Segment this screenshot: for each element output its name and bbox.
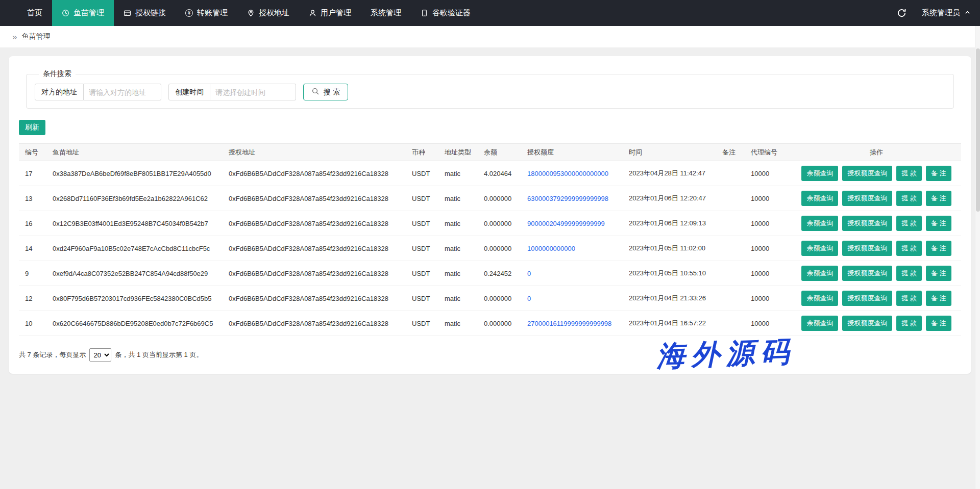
nav-item-auth-address[interactable]: 授权地址 bbox=[237, 0, 299, 26]
table-row: 130x268Dd71160F36Ef3b69fd5Ee2a1b62822A96… bbox=[19, 186, 961, 211]
remark-button[interactable]: 备 注 bbox=[926, 291, 951, 306]
nav-item-label: 鱼苗管理 bbox=[74, 8, 104, 18]
nav-item-system-management[interactable]: 系统管理 bbox=[361, 0, 411, 26]
nav-item-fry-management[interactable]: 鱼苗管理 bbox=[52, 0, 114, 26]
balance-query-button[interactable]: 余额查询 bbox=[801, 266, 838, 281]
address-input-group: 对方的地址 bbox=[35, 84, 161, 100]
withdraw-button[interactable]: 提 款 bbox=[896, 241, 922, 256]
breadcrumb-label: 鱼苗管理 bbox=[21, 32, 50, 41]
cell-currency: USDT bbox=[406, 311, 438, 336]
cell-currency: USDT bbox=[406, 211, 438, 236]
table-row: 160x12C9B3E03ff4001Ed3E95248B7C45034f0B5… bbox=[19, 211, 961, 236]
refresh-icon[interactable] bbox=[897, 8, 906, 18]
cell-time: 2023年01月04日 21:33:26 bbox=[623, 286, 716, 311]
cell-remark bbox=[716, 261, 745, 286]
cell-id: 9 bbox=[19, 261, 46, 286]
cell-agent_no: 10000 bbox=[745, 186, 792, 211]
scrollbar-track bbox=[975, 26, 980, 489]
quota-query-button[interactable]: 授权额度查询 bbox=[842, 166, 892, 181]
search-fieldset: 条件搜索 对方的地址 创建时间 搜 索 bbox=[26, 69, 954, 109]
withdraw-button[interactable]: 提 款 bbox=[896, 191, 922, 206]
refresh-button[interactable]: 刷新 bbox=[19, 120, 45, 135]
address-input[interactable] bbox=[84, 84, 161, 100]
cell-agent_no: 10000 bbox=[745, 211, 792, 236]
nav-item-google-authenticator[interactable]: 谷歌验证器 bbox=[411, 0, 480, 26]
cell-actions: 余额查询授权额度查询提 款备 注 bbox=[792, 286, 961, 311]
cell-quota: 900000204999999999999 bbox=[521, 211, 623, 236]
quota-link[interactable]: 900000204999999999999 bbox=[527, 220, 605, 227]
header-fry-address: 鱼苗地址 bbox=[46, 144, 223, 161]
quota-link[interactable]: 0 bbox=[527, 270, 531, 277]
quota-query-button[interactable]: 授权额度查询 bbox=[842, 191, 892, 206]
remark-button[interactable]: 备 注 bbox=[926, 216, 951, 231]
remark-button[interactable]: 备 注 bbox=[926, 241, 951, 256]
cell-address: 0x12C9B3E03ff4001Ed3E95248B7C45034f0B542… bbox=[46, 211, 223, 236]
cell-quota: 1000000000000 bbox=[521, 236, 623, 261]
balance-query-button[interactable]: 余额查询 bbox=[801, 166, 838, 181]
breadcrumb: » 鱼苗管理 bbox=[0, 26, 980, 47]
cell-addr_type: matic bbox=[438, 311, 478, 336]
header-time: 时间 bbox=[623, 144, 716, 161]
quota-query-button[interactable]: 授权额度查询 bbox=[842, 216, 892, 231]
quota-link[interactable]: 1800000953000000000000 bbox=[527, 170, 608, 177]
cell-address: 0x268Dd71160F36Ef3b69fd5Ee2a1b62822A961C… bbox=[46, 186, 223, 211]
balance-query-button[interactable]: 余额查询 bbox=[801, 216, 838, 231]
quota-query-button[interactable]: 授权额度查询 bbox=[842, 316, 892, 331]
scrollbar-thumb[interactable] bbox=[976, 48, 980, 212]
remark-button[interactable]: 备 注 bbox=[926, 191, 951, 206]
withdraw-button[interactable]: 提 款 bbox=[896, 216, 922, 231]
cell-currency: USDT bbox=[406, 161, 438, 186]
cell-balance: 0.000000 bbox=[478, 236, 521, 261]
pagination-text-before: 共 7 条记录，每页显示 bbox=[19, 350, 86, 359]
quota-link[interactable]: 1000000000000 bbox=[527, 245, 575, 252]
quota-query-button[interactable]: 授权额度查询 bbox=[842, 266, 892, 281]
nav-item-home[interactable]: 首页 bbox=[17, 0, 52, 26]
cell-time: 2023年01月05日 11:02:00 bbox=[623, 236, 716, 261]
quota-link[interactable]: 6300003792999999999998 bbox=[527, 195, 608, 202]
create-time-input[interactable] bbox=[210, 84, 296, 100]
user-menu[interactable]: 系统管理员 bbox=[922, 8, 971, 18]
nav-item-user-management[interactable]: 用户管理 bbox=[299, 0, 361, 26]
quota-query-button[interactable]: 授权额度查询 bbox=[842, 291, 892, 306]
quota-link[interactable]: 0 bbox=[527, 295, 531, 302]
cell-actions: 余额查询授权额度查询提 款备 注 bbox=[792, 161, 961, 186]
cell-address: 0x80F795d6B57203017cd936FEc5842380C0BCd5… bbox=[46, 286, 223, 311]
cell-addr_type: matic bbox=[438, 186, 478, 211]
remark-button[interactable]: 备 注 bbox=[926, 316, 951, 331]
withdraw-button[interactable]: 提 款 bbox=[896, 166, 922, 181]
withdraw-button[interactable]: 提 款 bbox=[896, 291, 922, 306]
nav-item-transfer-management[interactable]: ¥ 转账管理 bbox=[176, 0, 237, 26]
table-header-row: 编号 鱼苗地址 授权地址 币种 地址类型 余额 授权额度 时间 备注 代理编号 … bbox=[19, 144, 961, 161]
cell-remark bbox=[716, 186, 745, 211]
header-actions: 操作 bbox=[792, 144, 961, 161]
balance-query-button[interactable]: 余额查询 bbox=[801, 191, 838, 206]
cell-actions: 余额查询授权额度查询提 款备 注 bbox=[792, 311, 961, 336]
cell-quota: 0 bbox=[521, 261, 623, 286]
page-size-select[interactable]: 20 bbox=[89, 348, 111, 362]
search-button[interactable]: 搜 索 bbox=[303, 84, 348, 100]
balance-query-button[interactable]: 余额查询 bbox=[801, 241, 838, 256]
withdraw-button[interactable]: 提 款 bbox=[896, 266, 922, 281]
remark-button[interactable]: 备 注 bbox=[926, 266, 951, 281]
balance-query-button[interactable]: 余额查询 bbox=[801, 316, 838, 331]
quota-query-button[interactable]: 授权额度查询 bbox=[842, 241, 892, 256]
cell-id: 16 bbox=[19, 211, 46, 236]
cell-balance: 0.000000 bbox=[478, 311, 521, 336]
cell-address: 0xd24F960aF9a10B5c02e748E7cAcCbd8C11cbcF… bbox=[46, 236, 223, 261]
address-label: 对方的地址 bbox=[35, 84, 84, 100]
phone-icon bbox=[421, 9, 428, 17]
nav-item-auth-link[interactable]: 授权链接 bbox=[114, 0, 176, 26]
cell-time: 2023年04月28日 11:42:47 bbox=[623, 161, 716, 186]
cell-address: 0x38a387DeAB6beDf69f8eBF8051BB17E29A4055… bbox=[46, 161, 223, 186]
cell-remark bbox=[716, 311, 745, 336]
nav-item-label: 首页 bbox=[27, 8, 42, 18]
cell-time: 2023年01月05日 10:55:10 bbox=[623, 261, 716, 286]
cell-currency: USDT bbox=[406, 261, 438, 286]
remark-button[interactable]: 备 注 bbox=[926, 166, 951, 181]
cell-actions: 余额查询授权额度查询提 款备 注 bbox=[792, 211, 961, 236]
quota-link[interactable]: 27000016119999999999998 bbox=[527, 320, 611, 327]
cell-addr_type: matic bbox=[438, 261, 478, 286]
balance-query-button[interactable]: 余额查询 bbox=[801, 291, 838, 306]
cell-id: 17 bbox=[19, 161, 46, 186]
withdraw-button[interactable]: 提 款 bbox=[896, 316, 922, 331]
